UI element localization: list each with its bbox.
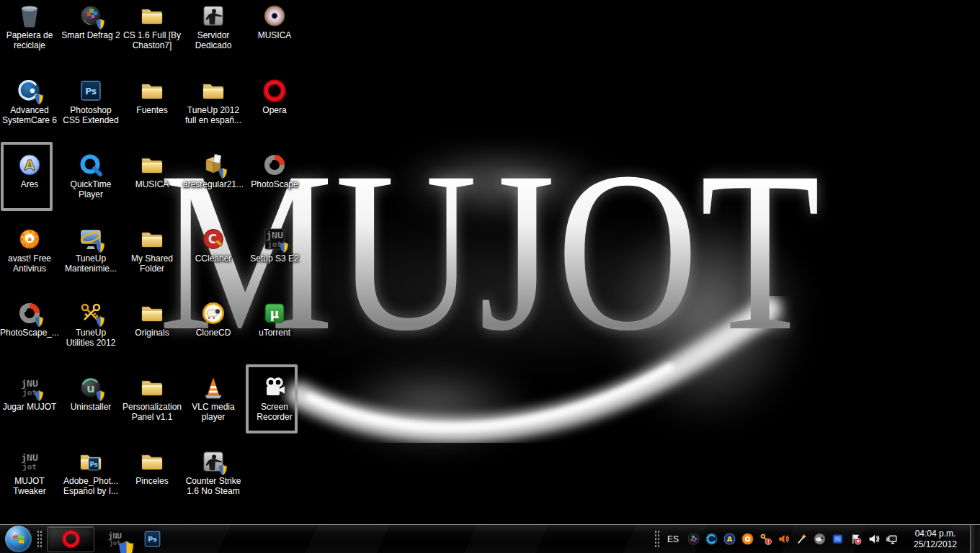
uac-shield-icon [96,242,105,253]
desktop-icon-label: TuneUp Mantenimie... [61,253,121,274]
desktop-icon-label: Jugar MUJOT [0,402,60,412]
tuneup-keys-icon [79,301,103,325]
svg-text:jNU: jNU [108,531,122,540]
desktop-icon-label: Fuentes [122,105,182,115]
desktop-icon-label: CCleaner [183,253,244,264]
desktop-icon-label: Papelera de reciclaje [0,30,60,50]
uac-shield-icon [218,464,228,475]
desktop-icon-quicktime-player[interactable]: QuickTime Player [61,150,121,199]
smart-defrag-tray-icon[interactable] [687,533,700,545]
uac-shield-icon [35,94,44,104]
desktop-icon-musica[interactable]: MUSICA [122,150,182,189]
svg-text:jNU: jNU [21,452,38,463]
desktop-icon-label: MUSICA [122,179,182,189]
desktop-icon-musica[interactable]: MUSICA [244,1,305,40]
network-tray-icon[interactable] [886,533,898,545]
avast-tray-icon[interactable] [741,533,754,545]
desktop-icon-photoscape[interactable]: PhotoScape_... [0,299,60,338]
desktop-icon-ccleaner[interactable]: CCCleaner [183,225,244,264]
ares-tray-icon[interactable]: A [723,533,736,545]
desktop-icon-servidor-dedicado[interactable]: Servidor Dedicado [183,1,244,50]
desktop-icon-smart-defrag-2[interactable]: Smart Defrag 2 [61,1,121,40]
folder-icon [140,301,164,325]
desktop-icon-tuneup-2012-full-en-espa[interactable]: TuneUp 2012 full en españ... [183,76,244,125]
svg-text:jNU: jNU [21,378,38,389]
desktop-icon-photoscape[interactable]: PhotoScape [244,150,305,189]
uac-shield-icon [96,316,105,327]
desktop-icon-tuneup-utilities-2012[interactable]: TuneUp Utilities 2012 [61,299,121,348]
opera-icon [262,78,287,103]
clonecd-tray-icon[interactable] [814,533,826,545]
desktop-icon-mujot-tweaker[interactable]: jNUjotMUJOT Tweaker [0,447,60,496]
desktop-icon-fuentes[interactable]: Fuentes [122,76,182,115]
show-desktop-button[interactable] [970,525,980,553]
desktop-icon-utorrent[interactable]: µuTorrent [244,299,305,338]
svg-text:µ: µ [270,307,280,321]
desktop-icon-clonecd[interactable]: CloneCD [183,299,244,338]
vlc-icon [201,375,226,400]
tuneup-styler-wand-tray-icon[interactable] [796,533,808,545]
taskbar-mujot-button[interactable]: jNUjot [96,526,133,553]
desktop-icon-ares[interactable]: AAres [0,150,60,189]
desktop-icon-opera[interactable]: Opera [244,76,305,115]
desktop-icon-papelera-de-reciclaje[interactable]: ♻Papelera de reciclaje [0,1,60,50]
advanced-systemcare-tray-icon[interactable] [705,533,718,545]
desktop-icon-counter-strike-1-6-no-steam[interactable]: Counter Strike 1.6 No Steam [183,447,244,496]
clonecd-icon [201,301,226,325]
desktop-icon-label: Originals [122,328,182,338]
mujot-logo-icon: jNUjot [17,449,42,474]
folder-icon [140,227,164,251]
desktop-icon-pinceles[interactable]: Pinceles [122,447,182,486]
desktop-icon-vlc-media-player[interactable]: VLC media player [183,373,244,422]
desktop-icon-advanced-systemcare-6[interactable]: Advanced SystemCare 6 [0,76,60,125]
desktop-icon-setup-s3-e2[interactable]: jNUjotSetup S3 E2 [244,225,305,264]
display-settings-tray-icon[interactable] [832,533,844,545]
desktop-icon-label: QuickTime Player [61,179,121,199]
desktop-icon-photoshop-cs5-extended[interactable]: PsPhotoshop CS5 Extended [61,76,121,125]
desktop-icon-label: Ares [0,179,60,189]
desktop-icon-adobe-phot-espa-ol-by-i[interactable]: PsAdobe_Phot... Español by I... [61,447,121,496]
clock-date: 25/12/2012 [905,539,966,550]
desktop-icon-screen-recorder[interactable]: Screen Recorder [244,373,305,422]
desktop-icon-uninstaller[interactable]: uUninstaller [61,373,121,412]
desktop-icon-label: My Shared Folder [122,253,182,274]
desktop-icon-label: Counter Strike 1.6 No Steam [183,476,244,496]
desktop-icon-personalization-panel-v1-1[interactable]: Personalization Panel v1.1 [122,373,182,422]
taskbar-grip[interactable] [37,530,43,549]
utorrent-icon: µ [262,301,287,325]
taskbar: jNUjotPs ES A! 04:04 p.m. 25/12/2012 [0,524,980,553]
desktop-icon-aresregular21[interactable]: aresregular21... [183,150,244,189]
uac-shield-icon [96,390,105,401]
audio-manager-tray-icon[interactable] [778,533,790,545]
taskbar-opera-button[interactable] [47,526,94,552]
tray-grip[interactable] [654,530,660,549]
desktop-icon-label: Screen Recorder [244,402,305,422]
desktop-icon-label: Opera [244,105,305,115]
svg-text:a: a [27,235,32,243]
desktop-icon-tuneup-mantenimie[interactable]: TuneUp Mantenimie... [61,225,121,274]
desktop-icon-cs-1-6-full-by-chaston7[interactable]: CS 1.6 Full [By Chaston7] [122,1,182,50]
start-button[interactable] [4,526,32,553]
photoscape-icon [17,301,42,325]
folder-icon [140,78,164,103]
svg-text:Ps: Ps [148,535,157,543]
mujot-logo-icon: jNUjot [17,375,42,400]
clock[interactable]: 04:04 p.m. 25/12/2012 [905,529,966,550]
ares-icon: A [17,153,42,177]
desktop-icon-label: Uninstaller [61,402,121,412]
action-center-tray-icon[interactable] [850,533,862,545]
desktop-icon-my-shared-folder[interactable]: My Shared Folder [122,225,182,274]
taskbar-photoshop-button[interactable]: Ps [133,526,171,553]
language-indicator[interactable]: ES [667,534,679,544]
desktop-icon-label: Advanced SystemCare 6 [0,105,60,125]
desktop-icon-jugar-mujot[interactable]: jNUjotJugar MUJOT [0,373,60,412]
tuneup-alert-tray-icon[interactable]: ! [760,533,772,545]
uac-shield-icon [35,390,44,401]
svg-text:jNU: jNU [266,230,283,240]
volume-tray-icon[interactable] [868,533,880,545]
desktop-icon-label: avast! Free Antivirus [0,253,60,274]
desktop-icon-avast-free-antivirus[interactable]: aavast! Free Antivirus [0,225,60,274]
installer-icon [201,153,226,177]
desktop-icon-originals[interactable]: Originals [122,299,182,338]
desktop-icon-label: aresregular21... [183,179,244,189]
